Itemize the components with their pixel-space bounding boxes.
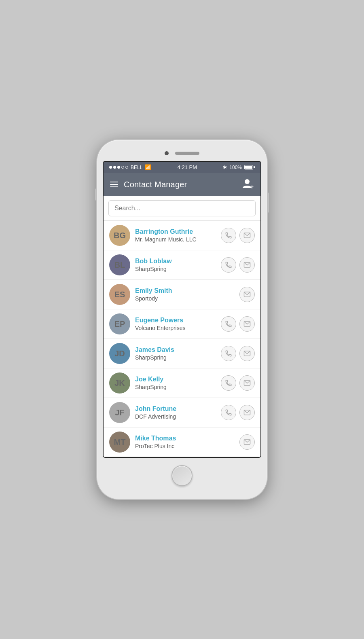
phone-screen: BELL 📶 4:21 PM ✱ 100% — [103, 161, 261, 458]
hamburger-line-2 — [110, 184, 118, 185]
menu-button[interactable] — [110, 182, 118, 187]
avatar: JF — [109, 402, 130, 423]
avatar: ES — [109, 284, 130, 305]
call-button[interactable] — [221, 405, 236, 420]
call-button[interactable] — [221, 228, 236, 243]
call-button[interactable] — [221, 257, 236, 273]
avatar: BG — [109, 225, 130, 246]
contact-name: Bob Loblaw — [135, 258, 216, 265]
add-contact-button[interactable]: + — [242, 178, 254, 191]
contact-info: Barrington GuthrieMr. Magnum Music, LLC — [135, 228, 216, 243]
contact-item[interactable]: JKJoe KellySharpSpring — [104, 368, 260, 398]
contact-actions — [239, 287, 255, 302]
avatar: EP — [109, 313, 130, 334]
contact-company: SharpSpring — [135, 266, 216, 272]
battery-fill — [245, 166, 252, 169]
svg-point-0 — [245, 179, 250, 184]
app-title: Contact Manager — [124, 180, 236, 189]
search-bar — [104, 196, 260, 221]
phone-device: BELL 📶 4:21 PM ✱ 100% — [97, 140, 267, 499]
contact-company: SharpSpring — [135, 384, 216, 390]
home-button[interactable] — [171, 465, 193, 486]
contact-item[interactable]: MTMike ThomasProTec Plus Inc — [104, 427, 260, 457]
bluetooth-icon: ✱ — [223, 165, 227, 170]
status-time: 4:21 PM — [178, 164, 197, 170]
email-button[interactable] — [239, 346, 255, 361]
email-button[interactable] — [239, 375, 255, 391]
front-camera — [165, 151, 169, 155]
contact-actions — [221, 375, 255, 391]
hamburger-line-3 — [110, 186, 118, 187]
contact-actions — [239, 434, 255, 450]
contact-item[interactable]: JFJohn FortuneDCF Advertising — [104, 398, 260, 427]
call-button[interactable] — [221, 375, 236, 391]
contact-name: Barrington Guthrie — [135, 228, 216, 235]
hamburger-line-1 — [110, 182, 118, 182]
contact-item[interactable]: BGBarrington GuthrieMr. Magnum Music, LL… — [104, 221, 260, 250]
contact-info: John FortuneDCF Advertising — [135, 405, 216, 420]
contact-info: Emily SmithSportody — [135, 287, 235, 302]
search-input[interactable] — [108, 200, 256, 216]
email-button[interactable] — [239, 287, 255, 302]
phone-bottom — [103, 458, 261, 492]
status-bar: BELL 📶 4:21 PM ✱ 100% — [104, 162, 260, 173]
status-left: BELL 📶 — [109, 164, 151, 170]
contact-name: Mike Thomas — [135, 435, 235, 442]
battery-percent: 100% — [229, 165, 242, 170]
contact-item[interactable]: BLBob LoblawSharpSpring — [104, 250, 260, 280]
contact-actions — [221, 257, 255, 273]
contact-actions — [221, 228, 255, 243]
contact-info: Joe KellySharpSpring — [135, 376, 216, 390]
contact-name: James Davis — [135, 346, 216, 353]
call-button[interactable] — [221, 346, 236, 361]
email-button[interactable] — [239, 316, 255, 332]
battery-body — [244, 165, 253, 169]
contact-name: Joe Kelly — [135, 376, 216, 383]
email-button[interactable] — [239, 434, 255, 450]
contact-actions — [221, 316, 255, 332]
contact-company: Mr. Magnum Music, LLC — [135, 236, 216, 243]
signal-dot-4 — [121, 166, 124, 169]
contact-list: BGBarrington GuthrieMr. Magnum Music, LL… — [104, 221, 260, 457]
contact-actions — [221, 346, 255, 361]
contact-info: James DavisSharpSpring — [135, 346, 216, 361]
contact-company: Volcano Enterprises — [135, 325, 216, 331]
contact-actions — [221, 405, 255, 420]
email-button[interactable] — [239, 257, 255, 273]
contact-company: DCF Advertising — [135, 413, 216, 420]
contact-company: ProTec Plus Inc — [135, 443, 235, 449]
battery-tip — [254, 166, 255, 168]
phone-top-bar — [103, 147, 261, 161]
contact-info: Bob LoblawSharpSpring — [135, 258, 216, 272]
call-button[interactable] — [221, 316, 236, 332]
svg-text:+: + — [250, 184, 254, 190]
contact-item[interactable]: EPEugene PowersVolcano Enterprises — [104, 309, 260, 339]
signal-dot-3 — [117, 166, 120, 169]
contact-name: Emily Smith — [135, 287, 235, 294]
contact-company: Sportody — [135, 295, 235, 302]
signal-indicator — [109, 166, 128, 169]
avatar: JD — [109, 343, 130, 364]
contact-item[interactable]: ESEmily SmithSportody — [104, 280, 260, 309]
avatar: JK — [109, 372, 130, 394]
contact-name: John Fortune — [135, 405, 216, 413]
avatar: BL — [109, 254, 130, 275]
email-button[interactable] — [239, 405, 255, 420]
contact-info: Eugene PowersVolcano Enterprises — [135, 317, 216, 331]
signal-dot-1 — [109, 166, 112, 169]
avatar: MT — [109, 432, 130, 453]
speaker — [175, 152, 199, 155]
email-button[interactable] — [239, 228, 255, 243]
signal-dot-5 — [125, 166, 128, 169]
battery-icon — [244, 165, 255, 169]
contact-item[interactable]: JDJames DavisSharpSpring — [104, 339, 260, 368]
add-person-icon: + — [242, 178, 254, 190]
status-right: ✱ 100% — [223, 165, 255, 170]
contact-company: SharpSpring — [135, 354, 216, 361]
wifi-icon: 📶 — [145, 164, 151, 170]
carrier-label: BELL — [131, 165, 142, 170]
contact-info: Mike ThomasProTec Plus Inc — [135, 435, 235, 449]
signal-dot-2 — [113, 166, 116, 169]
app-header: Contact Manager + — [104, 173, 260, 196]
contact-name: Eugene Powers — [135, 317, 216, 324]
